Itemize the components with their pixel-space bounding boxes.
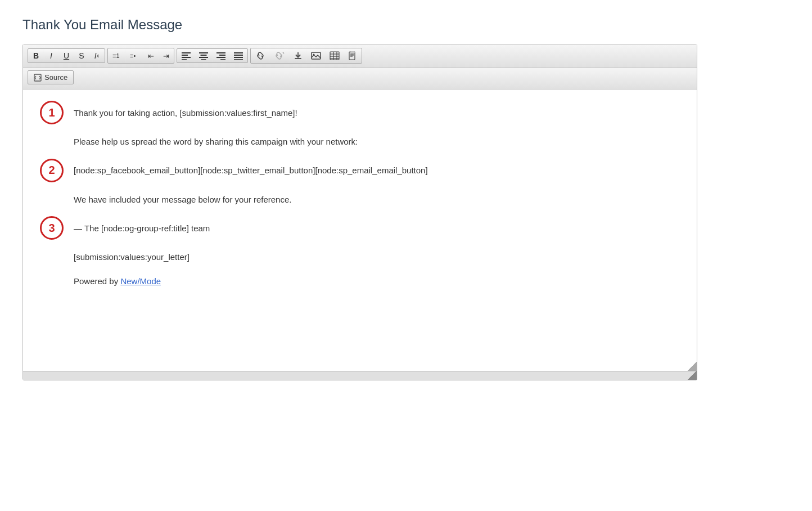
content-text-1: Thank you for taking action, [submission… [74,106,297,120]
remove-formatting-button[interactable]: Ix [89,50,104,62]
link-button[interactable] [251,49,269,62]
content-text-2: [node:sp_facebook_email_button][node:sp_… [74,163,428,177]
svg-rect-3 [182,55,188,56]
svg-rect-11 [219,55,225,56]
source-button[interactable]: Source [28,70,74,84]
unlink-button[interactable] [270,49,289,62]
scrollbar-area[interactable] [23,371,697,380]
svg-rect-15 [234,55,243,56]
content-text-3: — The [node:og-group-ref:title] team [74,221,210,235]
source-icon [34,74,42,82]
svg-rect-9 [201,59,206,60]
svg-rect-2 [182,52,191,53]
svg-text:≡1: ≡1 [112,52,120,59]
svg-rect-7 [201,55,207,56]
svg-rect-12 [216,57,225,58]
indent-button[interactable]: ⇥ [159,49,173,62]
resize-handle[interactable] [688,362,697,371]
content-block-spacer1: Please help us spread the word by sharin… [40,135,680,149]
content-block-3: 3 — The [node:og-group-ref:title] team [40,216,680,240]
image-button[interactable] [307,49,325,62]
insert-group [250,48,362,64]
table-button[interactable] [326,49,344,62]
align-center-button[interactable] [195,50,212,62]
source-label: Source [44,73,67,82]
content-block-2: 2 [node:sp_facebook_email_button][node:s… [40,159,680,182]
paste-word-button[interactable] [344,49,361,62]
svg-rect-5 [182,59,187,60]
svg-text:≡•: ≡• [130,52,136,59]
content-block-spacer2: We have included your message below for … [40,192,680,207]
source-row: Source [23,68,697,89]
svg-line-18 [283,52,284,53]
align-justify-button[interactable] [230,50,247,62]
svg-rect-13 [220,59,225,60]
content-block-spacer3: [submission:values:your_letter] [40,250,680,264]
list-group: ≡1 ≡• ⇤ ⇥ [107,48,174,64]
resize-corner[interactable] [688,371,697,380]
badge-2: 2 [40,159,64,182]
badge-1: 1 [40,101,64,124]
svg-rect-8 [199,57,208,58]
rich-text-editor: B I U S Ix ≡1 ≡• ⇤ ⇥ [22,44,697,380]
badge-3: 3 [40,216,64,240]
download-button[interactable] [290,49,306,62]
outdent-button[interactable]: ⇤ [143,49,158,62]
svg-rect-14 [234,52,243,53]
italic-button[interactable]: I [44,50,58,62]
unordered-list-button[interactable]: ≡• [126,49,143,62]
svg-rect-35 [34,74,41,81]
editor-content-area[interactable]: 1 Thank you for taking action, [submissi… [23,89,697,371]
toolbar: B I U S Ix ≡1 ≡• ⇤ ⇥ [23,44,697,68]
align-right-button[interactable] [213,50,229,62]
svg-rect-4 [182,57,191,58]
content-block-spacer4: Powered by New/Mode [40,274,680,288]
formatting-group: B I U S Ix [28,48,105,63]
align-left-button[interactable] [178,50,195,62]
content-block-1: 1 Thank you for taking action, [submissi… [40,101,680,124]
svg-rect-6 [199,52,208,53]
ordered-list-button[interactable]: ≡1 [109,49,125,62]
strikethrough-button[interactable]: S [74,50,89,62]
svg-rect-17 [234,59,243,60]
newmode-link[interactable]: New/Mode [120,276,161,286]
svg-rect-16 [234,57,243,58]
underline-button[interactable]: U [59,50,74,62]
svg-rect-19 [295,58,301,59]
bold-button[interactable]: B [29,50,43,62]
align-group [177,48,248,63]
svg-rect-31 [350,51,355,53]
svg-rect-10 [216,52,225,53]
page-title: Thank You Email Message [22,17,790,33]
